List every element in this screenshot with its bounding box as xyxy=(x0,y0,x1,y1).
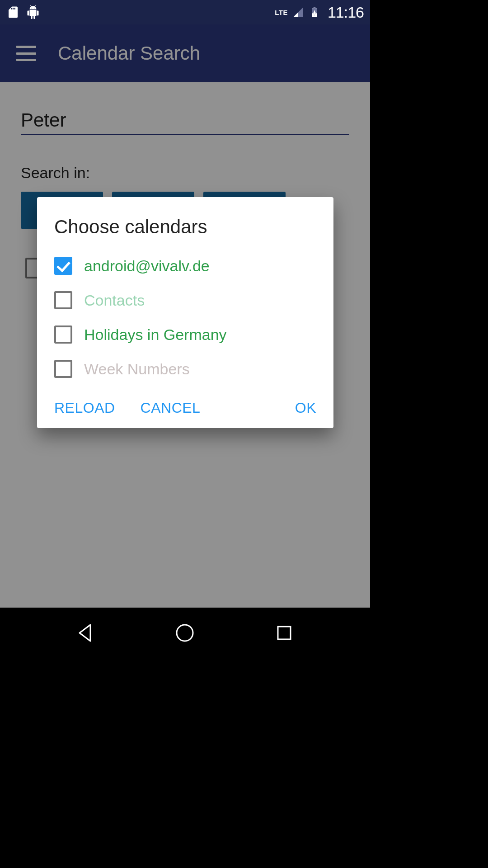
calendar-item-holidays[interactable]: Holidays in Germany xyxy=(54,326,316,344)
android-icon xyxy=(26,5,40,19)
checkbox-unchecked-icon[interactable] xyxy=(54,326,72,344)
recent-apps-icon[interactable] xyxy=(273,622,295,644)
calendar-label: Contacts xyxy=(84,292,145,309)
status-left xyxy=(6,5,40,19)
calendar-item-weeknumbers[interactable]: Week Numbers xyxy=(54,360,316,378)
checkbox-checked-icon[interactable] xyxy=(54,257,72,275)
status-right: LTE 11:16 xyxy=(275,4,364,21)
checkbox-unchecked-icon[interactable] xyxy=(54,360,72,378)
calendar-label: Week Numbers xyxy=(84,360,190,378)
choose-calendars-dialog: Choose calendars android@vivalv.de Conta… xyxy=(37,197,333,428)
ok-button[interactable]: OK xyxy=(295,400,316,416)
back-icon[interactable] xyxy=(75,622,97,644)
lte-indicator: LTE xyxy=(275,9,288,16)
calendar-label: Holidays in Germany xyxy=(84,326,227,344)
checkbox-unchecked-icon[interactable] xyxy=(54,291,72,309)
calendar-item-vivalv[interactable]: android@vivalv.de xyxy=(54,257,316,275)
signal-icon xyxy=(292,6,304,18)
home-icon[interactable] xyxy=(174,622,196,644)
calendar-item-contacts[interactable]: Contacts xyxy=(54,291,316,309)
calendar-label: android@vivalv.de xyxy=(84,257,210,275)
clock: 11:16 xyxy=(328,4,364,21)
dialog-button-row: RELOAD CANCEL OK xyxy=(54,400,316,416)
svg-rect-1 xyxy=(278,627,291,639)
navigation-bar xyxy=(0,608,370,658)
battery-charging-icon xyxy=(309,6,320,18)
dialog-title: Choose calendars xyxy=(54,216,316,238)
status-bar: LTE 11:16 xyxy=(0,0,370,24)
reload-button[interactable]: RELOAD xyxy=(54,400,115,416)
svg-point-0 xyxy=(177,625,193,641)
sd-card-icon xyxy=(6,5,20,19)
calendar-list: android@vivalv.de Contacts Holidays in G… xyxy=(54,257,316,378)
cancel-button[interactable]: CANCEL xyxy=(141,400,201,416)
